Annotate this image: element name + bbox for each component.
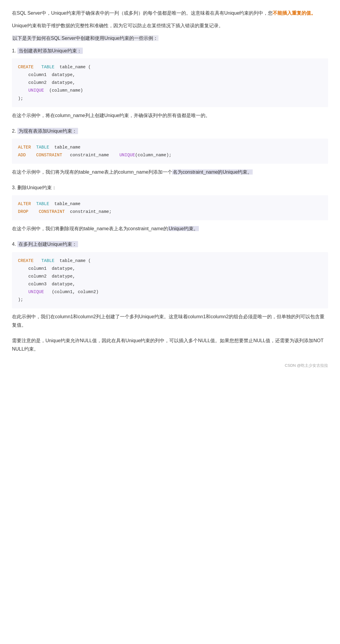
list-item: 当创建表时添加Unique约束： CREATE TABLE table_name… [12,47,328,120]
note-paragraph: 需要注意的是，Unique约束允许NULL值，因此在具有Unique约束的列中，… [12,337,328,353]
kw-create-2: CREATE [18,258,33,263]
item-2-desc-highlight: 名为constraint_name的Unique约束。 [172,169,253,175]
item-3-desc: 在这个示例中，我们将删除现有的table_name表上名为constraint_… [12,225,328,233]
code-block-4: CREATE TABLE table_name ( column1 dataty… [12,252,328,309]
code-block-2: ALTER TABLE table_name ADD CONSTRAINT co… [12,139,328,164]
kw-table-1: TABLE [41,65,54,69]
code-block-3: ALTER TABLE table_name DROP CONSTRAINT c… [12,195,328,220]
intro-paragraph-2: Unique约束有助于维护数据的完整性和准确性，因为它可以防止在某些情况下插入错… [12,22,328,30]
code-block-1: CREATE TABLE table_name ( column1 dataty… [12,58,328,107]
item-1-desc: 在这个示例中，将在column_name列上创建Unique约束，并确保该列中的… [12,111,328,120]
kw-add-1: ADD [18,153,26,157]
item-2-desc: 在这个示例中，我们将为现有的table_name表上的column_name列添… [12,168,328,176]
intro-paragraph-1: 在SQL Server中，Unique约束用于确保表中的一列（或多列）的每个值都… [12,9,328,17]
intro-highlight: 不能插入重复的值。 [273,10,316,16]
item-4-title: 在多列上创建Unique约束： [17,242,78,247]
kw-constraint-1: CONSTRAINT [36,153,62,157]
kw-alter-1: ALTER [18,145,31,150]
item-2-title: 为现有表添加Unique约束： [17,128,78,134]
footer: CSDN @吃土少女古拉拉 [12,362,328,369]
intro-text-3: 以下是关于如何在SQL Server中创建和使用Unique约束的一些示例： [12,35,158,41]
kw-unique-1: UNIQUE [28,88,44,93]
list-item: 为现有表添加Unique约束： ALTER TABLE table_name A… [12,127,328,176]
item-3-title: 删除Unique约束： [17,185,57,190]
kw-table-4: TABLE [41,258,54,263]
kw-drop-1: DROP [18,209,28,214]
examples-list: 当创建表时添加Unique约束： CREATE TABLE table_name… [12,47,328,329]
list-item: 删除Unique约束： ALTER TABLE table_name DROP … [12,184,328,233]
item-1-title: 当创建表时添加Unique约束： [17,48,83,53]
kw-unique-3: UNIQUE [28,290,44,294]
kw-table-3: TABLE [36,201,49,206]
kw-alter-2: ALTER [18,201,31,206]
kw-table-2: TABLE [36,145,49,150]
kw-unique-2: UNIQUE [119,153,135,157]
intro-paragraph-3: 以下是关于如何在SQL Server中创建和使用Unique约束的一些示例： [12,34,328,43]
kw-constraint-2: CONSTRAINT [39,209,65,214]
kw-create-1: CREATE [18,65,33,69]
list-item: 在多列上创建Unique约束： CREATE TABLE table_name … [12,240,328,329]
item-4-desc: 在此示例中，我们在column1和column2列上创建了一个多列Unique约… [12,313,328,329]
item-3-desc-highlight: Unique约束。 [168,226,199,231]
intro-text-1: 在SQL Server中，Unique约束用于确保表中的一列（或多列）的每个值都… [12,10,273,16]
